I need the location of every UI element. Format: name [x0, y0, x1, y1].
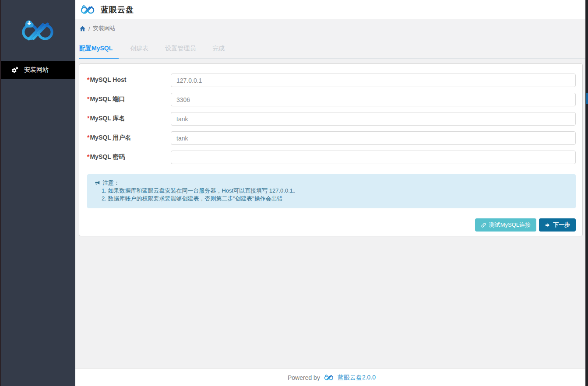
notice-list: 1. 如果数据库和蓝眼云盘安装在同一台服务器，Host可以直接填写 127.0.…	[102, 187, 569, 203]
mysql-host-input[interactable]	[171, 74, 576, 87]
mysql-username-input[interactable]	[171, 131, 576, 145]
form-row: *MySQL 密码	[87, 151, 576, 164]
tab-configure-mysql[interactable]: 配置MySQL	[79, 41, 119, 59]
home-icon[interactable]	[79, 25, 86, 32]
notice-title: 注意：	[94, 179, 569, 187]
footer: Powered by 蓝眼云盘2.0.0	[75, 368, 588, 386]
sidebar-logo	[0, 0, 75, 61]
app-title: 蓝眼云盘	[101, 4, 134, 15]
required-mark: *	[87, 95, 89, 102]
scrollbar-thumb[interactable]	[586, 93, 588, 104]
top-header: 蓝眼云盘	[75, 0, 588, 19]
footer-logo-icon	[323, 374, 335, 381]
form-row: *MySQL 库名	[87, 112, 576, 126]
breadcrumb: / 安装网站	[79, 19, 588, 38]
cogs-icon	[11, 67, 19, 74]
sidebar: 安装网站	[0, 0, 75, 386]
content-area: *MySQL Host *MySQL 端口 *MySQL 库名	[75, 59, 588, 368]
footer-version-link[interactable]: 蓝眼云盘2.0.0	[338, 374, 376, 382]
actions-row: 测试MySQL连接 下一步	[87, 218, 576, 232]
mysql-database-label: *MySQL 库名	[87, 112, 171, 126]
next-step-button[interactable]: 下一步	[539, 218, 576, 232]
form-row: *MySQL Host	[87, 74, 576, 87]
link-icon	[481, 222, 486, 228]
right-scrollbar[interactable]	[585, 0, 588, 386]
sidebar-item-install-site[interactable]: 安装网站	[0, 61, 75, 79]
arrow-right-icon	[545, 222, 550, 228]
mysql-password-label: *MySQL 密码	[87, 151, 171, 164]
left-edge-strip	[0, 0, 1, 386]
mysql-username-label: *MySQL 用户名	[87, 131, 171, 145]
tab-finish[interactable]: 完成	[212, 41, 230, 58]
test-mysql-connection-button[interactable]: 测试MySQL连接	[475, 218, 536, 232]
wizard-tabs: 配置MySQL 创建表 设置管理员 完成	[79, 38, 588, 59]
required-mark: *	[87, 76, 89, 83]
mysql-database-input[interactable]	[171, 112, 576, 126]
mysql-host-label: *MySQL Host	[87, 74, 171, 87]
form-row: *MySQL 用户名	[87, 131, 576, 145]
sub-header: / 安装网站 配置MySQL 创建表 设置管理员 完成	[75, 19, 588, 59]
breadcrumb-current: 安装网站	[93, 25, 116, 32]
bullhorn-icon	[94, 180, 100, 186]
mysql-config-panel: *MySQL Host *MySQL 端口 *MySQL 库名	[79, 63, 583, 236]
breadcrumb-separator: /	[88, 25, 90, 32]
required-mark: *	[87, 134, 89, 141]
mysql-port-input[interactable]	[171, 93, 576, 106]
brand-logo-icon	[79, 4, 96, 15]
notice-item: 2. 数据库账户的权限要求要能够创建表，否则第二步"创建表"操作会出错	[102, 195, 569, 203]
powered-by-text: Powered by	[288, 374, 320, 381]
notice-box: 注意： 1. 如果数据库和蓝眼云盘安装在同一台服务器，Host可以直接填写 12…	[87, 174, 576, 208]
main-column: 蓝眼云盘 / 安装网站 配置MySQL 创建表 设置管理员 完成 *MySQL …	[75, 0, 588, 386]
mysql-port-label: *MySQL 端口	[87, 93, 171, 106]
sidebar-item-label: 安装网站	[24, 66, 49, 74]
required-mark: *	[87, 115, 89, 122]
required-mark: *	[87, 153, 89, 160]
tab-create-tables[interactable]: 创建表	[130, 41, 154, 58]
tab-set-admin[interactable]: 设置管理员	[165, 41, 201, 58]
form-row: *MySQL 端口	[87, 93, 576, 106]
notice-item: 1. 如果数据库和蓝眼云盘安装在同一台服务器，Host可以直接填写 127.0.…	[102, 187, 569, 195]
mysql-password-input[interactable]	[171, 151, 576, 164]
